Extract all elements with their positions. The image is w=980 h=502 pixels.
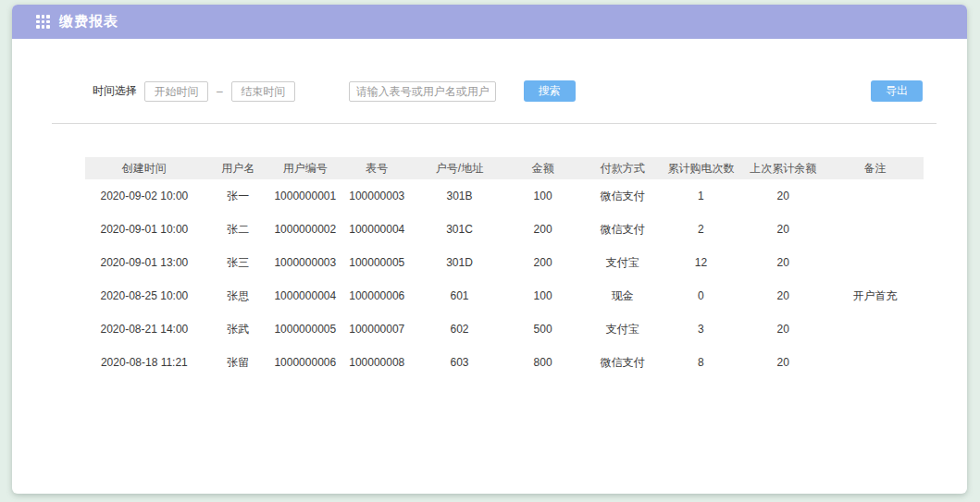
search-button[interactable]: 搜索 xyxy=(524,80,576,102)
table-cell: 2020-08-18 11:21 xyxy=(85,346,204,379)
table-cell: 支付宝 xyxy=(583,312,662,346)
table-cell xyxy=(826,312,924,346)
end-time-input[interactable] xyxy=(231,81,295,102)
table-cell: 20 xyxy=(740,346,826,379)
table-cell: 微信支付 xyxy=(583,213,662,246)
table-cell: 微信支付 xyxy=(583,179,662,213)
table-cell: 200 xyxy=(502,246,583,279)
column-header: 金额 xyxy=(502,157,583,179)
grid-menu-icon xyxy=(36,15,50,29)
column-header: 表号 xyxy=(338,157,416,179)
table-cell: 100000005 xyxy=(338,246,416,279)
table-cell: 1 xyxy=(662,179,739,213)
table-cell: 张二 xyxy=(204,213,273,246)
table-cell: 1000000001 xyxy=(273,179,338,213)
table-row: 2020-09-01 10:00张二1000000002100000004301… xyxy=(85,213,924,246)
table-cell: 1000000003 xyxy=(273,246,338,279)
table-cell: 支付宝 xyxy=(583,246,662,279)
table-row: 2020-08-25 10:00张思1000000004100000006601… xyxy=(85,279,924,312)
table-row: 2020-08-21 14:00张武1000000005100000007602… xyxy=(85,312,924,346)
table-cell: 现金 xyxy=(583,279,662,312)
table-cell: 张一 xyxy=(204,179,273,213)
table-cell: 微信支付 xyxy=(583,346,662,379)
table-cell: 100 xyxy=(502,279,583,312)
report-table: 创建时间用户名用户编号表号户号/地址金额付款方式累计购电次数上次累计余额备注 2… xyxy=(85,157,924,379)
column-header: 累计购电次数 xyxy=(662,157,739,179)
table-cell: 张留 xyxy=(204,346,273,379)
table-cell: 3 xyxy=(662,312,739,346)
table-cell: 2020-09-01 13:00 xyxy=(85,246,204,279)
table-cell: 100000008 xyxy=(338,346,416,379)
table-cell: 2020-08-25 10:00 xyxy=(85,279,204,312)
table-cell: 0 xyxy=(662,279,739,312)
table-row: 2020-09-02 10:00张一1000000001100000003301… xyxy=(85,179,924,213)
column-header: 备注 xyxy=(826,157,924,179)
table-cell: 603 xyxy=(416,346,502,379)
table-cell xyxy=(826,213,924,246)
table-cell: 200 xyxy=(502,213,583,246)
table-cell: 100000004 xyxy=(338,213,416,246)
search-input[interactable] xyxy=(349,81,496,102)
column-header: 创建时间 xyxy=(85,157,204,179)
table-body: 2020-09-02 10:00张一1000000001100000003301… xyxy=(85,179,924,379)
table-cell: 1000000005 xyxy=(273,312,338,346)
export-button[interactable]: 导出 xyxy=(871,80,923,102)
table-cell: 20 xyxy=(740,179,826,213)
table-cell: 800 xyxy=(502,346,583,379)
table-cell: 500 xyxy=(502,312,583,346)
table-cell: 301C xyxy=(416,213,502,246)
table-cell: 2020-08-21 14:00 xyxy=(85,312,204,346)
table-row: 2020-08-18 11:21张留1000000006100000008603… xyxy=(85,346,924,379)
report-table-container: 创建时间用户名用户编号表号户号/地址金额付款方式累计购电次数上次累计余额备注 2… xyxy=(85,157,924,379)
table-cell: 601 xyxy=(416,279,502,312)
column-header: 用户名 xyxy=(204,157,273,179)
table-cell: 20 xyxy=(740,213,826,246)
filter-bar: 时间选择 – 搜索 导出 xyxy=(12,39,967,102)
filter-divider xyxy=(52,123,937,124)
column-header: 付款方式 xyxy=(583,157,662,179)
table-cell: 2 xyxy=(662,213,739,246)
table-cell: 301B xyxy=(416,179,502,213)
table-cell: 12 xyxy=(662,246,739,279)
table-cell: 2020-09-02 10:00 xyxy=(85,179,204,213)
table-cell xyxy=(826,179,924,213)
time-select-label: 时间选择 xyxy=(93,83,137,99)
table-cell: 100 xyxy=(502,179,583,213)
date-range-dash: – xyxy=(217,85,223,98)
table-cell: 602 xyxy=(416,312,502,346)
table-header-row: 创建时间用户名用户编号表号户号/地址金额付款方式累计购电次数上次累计余额备注 xyxy=(85,157,924,179)
table-row: 2020-09-01 13:00张三1000000003100000005301… xyxy=(85,246,924,279)
start-time-input[interactable] xyxy=(144,81,208,102)
column-header: 用户编号 xyxy=(273,157,338,179)
table-cell: 100000007 xyxy=(338,312,416,346)
table-cell: 张思 xyxy=(204,279,273,312)
table-cell: 1000000002 xyxy=(273,213,338,246)
table-cell: 张三 xyxy=(204,246,273,279)
report-card: 缴费报表 时间选择 – 搜索 导出 创建时间用户名用户编号表号户号/地址金额付款… xyxy=(12,5,967,494)
table-cell: 20 xyxy=(740,246,826,279)
title-bar: 缴费报表 xyxy=(12,5,967,39)
table-cell: 开户首充 xyxy=(826,279,924,312)
table-cell: 301D xyxy=(416,246,502,279)
table-cell: 2020-09-01 10:00 xyxy=(85,213,204,246)
table-cell xyxy=(826,246,924,279)
table-cell: 100000006 xyxy=(338,279,416,312)
page-title: 缴费报表 xyxy=(59,13,118,31)
table-cell xyxy=(826,346,924,379)
column-header: 上次累计余额 xyxy=(740,157,826,179)
table-cell: 1000000004 xyxy=(273,279,338,312)
table-cell: 20 xyxy=(740,279,826,312)
table-cell: 20 xyxy=(740,312,826,346)
table-cell: 8 xyxy=(662,346,739,379)
table-cell: 1000000006 xyxy=(273,346,338,379)
table-cell: 张武 xyxy=(204,312,273,346)
table-cell: 100000003 xyxy=(338,179,416,213)
column-header: 户号/地址 xyxy=(416,157,502,179)
